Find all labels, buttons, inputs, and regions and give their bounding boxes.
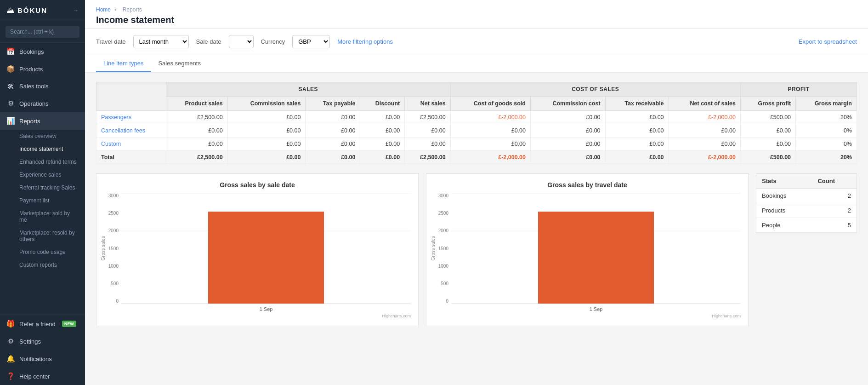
sidebar-sales-tools-label: Sales tools <box>19 83 49 90</box>
income-statement-table: SALES COST OF SALES PROFIT Product sales… <box>96 82 857 164</box>
y-label-0: 0 <box>104 299 119 304</box>
logo-mountain-icon: ⛰ <box>6 6 15 15</box>
table-section-cost-of-sales: COST OF SALES <box>450 82 740 97</box>
stats-header-count: Count <box>812 174 857 189</box>
help-icon: ❓ <box>6 372 15 380</box>
sidebar-bookings-item[interactable]: 📅 Bookings <box>0 43 85 60</box>
export-to-spreadsheet-button[interactable]: Export to spreadsheet <box>799 38 857 45</box>
chart1-y-axis: 0 500 1000 1500 2000 2500 3000 <box>104 193 121 304</box>
cell-tax-receivable: £0.00 <box>605 124 669 138</box>
settings-icon: ⚙ <box>6 337 15 345</box>
cell-net-sales: £0.00 <box>405 124 451 138</box>
y-label-3000: 3000 <box>104 193 119 198</box>
row-label: Cancellation fees <box>96 124 166 138</box>
chart1-x-label: 1 Sep <box>260 306 273 312</box>
cell-gross-profit: £500.00 <box>740 111 795 124</box>
y2-label-0: 0 <box>434 299 448 304</box>
col-commission-sales: Commission sales <box>227 97 306 111</box>
y2-label-2000: 2000 <box>434 228 448 233</box>
chart2-y-title: Gross sales <box>431 236 436 261</box>
sidebar-refer-label: Refer a friend <box>19 321 56 328</box>
table-section-sales: SALES <box>166 82 450 97</box>
tab-sales-segments[interactable]: Sales segments <box>151 55 208 72</box>
total-discount: £0.00 <box>360 151 405 164</box>
sidebar-item-marketplace-sold-by-me[interactable]: Marketplace: sold by me <box>0 207 85 226</box>
sidebar-products-item[interactable]: 📦 Products <box>0 60 85 78</box>
stats-row: Products 2 <box>756 203 857 218</box>
row-link[interactable]: Passengers <box>101 114 131 121</box>
y2-label-1500: 1500 <box>434 246 448 251</box>
charts-row: Gross sales by sale date 0 500 1000 1500… <box>96 173 857 326</box>
sidebar-item-experience-sales[interactable]: Experience sales <box>0 168 85 181</box>
y2-label-500: 500 <box>434 281 448 286</box>
total-tax-receivable: £0.00 <box>605 151 669 164</box>
y-label-500: 500 <box>104 281 119 286</box>
col-net-sales: Net sales <box>405 97 451 111</box>
sidebar-reports-label: Reports <box>19 118 40 125</box>
sidebar-item-sales-overview[interactable]: Sales overview <box>0 130 85 143</box>
stats-row: People 5 <box>756 218 857 233</box>
more-filtering-options-link[interactable]: More filtering options <box>337 38 393 45</box>
cell-gross-profit: £0.00 <box>740 124 795 138</box>
cell-commission-cost: £0.00 <box>530 124 605 138</box>
currency-label: Currency <box>261 38 285 45</box>
sidebar-settings-item[interactable]: ⚙ Settings <box>0 333 85 350</box>
col-net-cost-of-sales: Net cost of sales <box>669 97 740 111</box>
chart2-title: Gross sales by travel date <box>434 181 741 189</box>
sidebar-item-promo-code-usage[interactable]: Promo code usage <box>0 246 85 259</box>
stats-value: 5 <box>812 218 857 233</box>
total-label: Total <box>96 151 166 164</box>
sidebar-item-income-statement[interactable]: Income statement <box>0 143 85 155</box>
cell-tax-payable: £0.00 <box>306 138 360 151</box>
row-link[interactable]: Custom <box>101 141 121 147</box>
tabs-container: Line item types Sales segments <box>85 55 868 73</box>
cell-tax-receivable: £0.00 <box>605 138 669 151</box>
sidebar-item-referral-tracking-sales[interactable]: Referral tracking Sales <box>0 181 85 194</box>
sidebar-item-payment-list[interactable]: Payment list <box>0 194 85 207</box>
notifications-icon: 🔔 <box>6 355 15 363</box>
page-header: Home › Reports Income statement <box>85 0 868 29</box>
cell-gross-profit: £0.00 <box>740 138 795 151</box>
cell-cost-of-goods-sold: £0.00 <box>450 138 530 151</box>
sidebar-header: ⛰ BÓKUN → <box>0 0 85 21</box>
y2-label-3000: 3000 <box>434 193 448 198</box>
reports-icon: 📊 <box>6 117 15 125</box>
col-gross-profit: Gross profit <box>740 97 795 111</box>
col-commission-cost: Commission cost <box>530 97 605 111</box>
breadcrumb-home[interactable]: Home <box>96 6 111 13</box>
sidebar-item-enhanced-refund-terms[interactable]: Enhanced refund terms <box>0 155 85 168</box>
sidebar-notifications-item[interactable]: 🔔 Notifications <box>0 350 85 368</box>
sidebar-bookings-label: Bookings <box>19 48 44 55</box>
y-label-1000: 1000 <box>104 264 119 269</box>
cell-gross-margin: 0% <box>796 138 857 151</box>
sidebar-item-custom-reports[interactable]: Custom reports <box>0 259 85 271</box>
stats-label: Products <box>756 203 812 218</box>
chart2-x-label: 1 Sep <box>590 306 603 312</box>
sale-date-select[interactable] <box>229 35 254 48</box>
row-link[interactable]: Cancellation fees <box>101 127 145 134</box>
travel-date-select[interactable]: Last month This month Last 7 days Custom <box>133 35 189 48</box>
chart2-y-axis: 0 500 1000 1500 2000 2500 3000 <box>434 193 451 304</box>
sidebar-item-marketplace-resold-by-others[interactable]: Marketplace: resold by others <box>0 226 85 246</box>
sidebar-operations-item[interactable]: ⚙ Operations <box>0 95 85 112</box>
sidebar-help-center-item[interactable]: ❓ Help center <box>0 368 85 385</box>
sales-tools-icon: 🛠 <box>6 82 15 90</box>
cell-product-sales: £0.00 <box>166 138 227 151</box>
products-icon: 📦 <box>6 65 15 73</box>
currency-select[interactable]: GBP USD EUR <box>292 35 330 48</box>
filter-bar: Travel date Last month This month Last 7… <box>85 29 868 55</box>
col-tax-receivable: Tax receivable <box>605 97 669 111</box>
tab-line-item-types[interactable]: Line item types <box>96 55 151 72</box>
chart1-y-title: Gross sales <box>101 236 106 261</box>
sale-date-label: Sale date <box>196 38 221 45</box>
stats-label: Bookings <box>756 189 812 203</box>
search-input[interactable] <box>6 26 79 38</box>
cell-discount: £0.00 <box>360 111 405 124</box>
total-commission-cost: £0.00 <box>530 151 605 164</box>
sidebar-sales-tools-item[interactable]: 🛠 Sales tools <box>0 78 85 95</box>
table-total-row: Total £2,500.00 £0.00 £0.00 £0.00 £2,500… <box>96 151 857 164</box>
bookings-icon: 📅 <box>6 47 15 56</box>
sidebar-refer-a-friend-item[interactable]: 🎁 Refer a friend NEW <box>0 315 85 333</box>
sidebar-reports-item[interactable]: 📊 Reports <box>0 112 85 130</box>
sidebar-collapse-icon[interactable]: → <box>73 7 79 14</box>
